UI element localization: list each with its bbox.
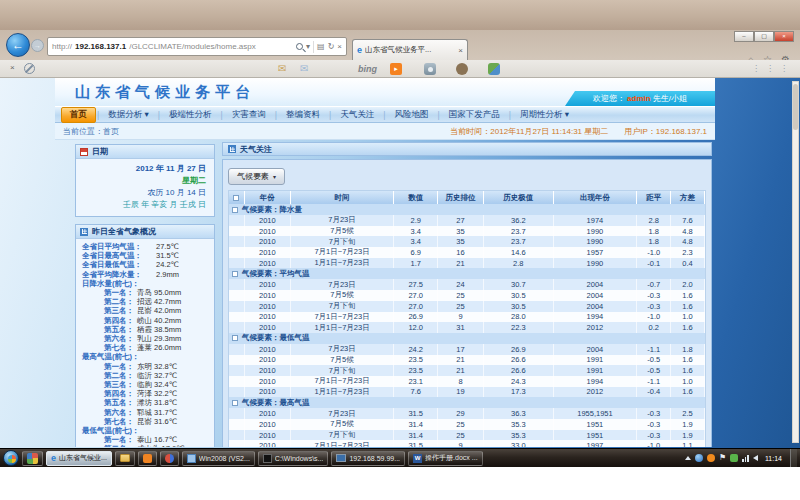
group-checkbox[interactable]	[232, 207, 238, 213]
weather-panel-title: 昨日全省气象概况	[92, 226, 156, 237]
community-icon[interactable]	[488, 63, 500, 75]
nav-item-8[interactable]: 国家下发产品	[441, 108, 508, 122]
compatibility-icon[interactable]: ▤	[317, 42, 325, 51]
table-cell: 30.5	[484, 301, 554, 312]
group-header-row[interactable]: 气候要素：最高气温	[229, 397, 705, 408]
select-all-checkbox[interactable]	[233, 195, 239, 201]
taskbar-button-word[interactable]: W操作手册.docx ...	[408, 451, 483, 466]
header-checkbox-cell	[229, 191, 245, 204]
minimize-button[interactable]: –	[734, 31, 754, 42]
table-cell: 17.3	[484, 387, 554, 398]
table-row[interactable]: 20107月下旬23.52126.61991-0.51.6	[229, 365, 705, 376]
element-filter-button[interactable]: 气候要素 ▾	[228, 168, 285, 185]
scrollbar-thumb[interactable]	[793, 84, 798, 130]
table-row[interactable]: 20107月1日~7月23日6.91614.61957-1.02.3	[229, 247, 705, 258]
ime-icon[interactable]	[707, 454, 715, 462]
table-row[interactable]: 20107月1日~7月23日23.1824.31994-1.11.0	[229, 376, 705, 387]
table-row[interactable]: 20107月5候3.43523.719901.84.8	[229, 226, 705, 237]
address-bar[interactable]: http://192.168.137.1/GLCCLIMATE/modules/…	[47, 37, 347, 56]
taskbar-button-label: 山东省气候业...	[59, 453, 107, 463]
table-row[interactable]: 20107月5候23.52126.61991-0.51.6	[229, 355, 705, 366]
table-row[interactable]: 20107月23日27.52430.72004-0.72.0	[229, 279, 705, 290]
table-cell: 2.8	[484, 258, 554, 269]
table-row[interactable]: 20107月1日~7月23日31.5933.01997-1.01.1	[229, 440, 705, 447]
taskbar-button-cmd[interactable]: C:\Windows\s...	[258, 451, 329, 466]
group-checkbox[interactable]	[232, 335, 238, 341]
table-header-row: 年份时间数值历史排位历史极值出现年份距平方差	[229, 191, 705, 204]
search-icon[interactable]	[296, 43, 303, 50]
table-cell: 2010	[245, 312, 291, 323]
table-cell: 1991	[554, 355, 638, 366]
action-center-flag-icon[interactable]: ⚑	[719, 454, 726, 462]
table-cell: -0.1	[637, 258, 671, 269]
bing-logo[interactable]: bing	[358, 64, 377, 74]
group-checkbox[interactable]	[232, 400, 238, 406]
taskbar-button-media[interactable]	[160, 451, 179, 466]
table-row[interactable]: 20101月1日~7月23日7.61917.32012-0.41.6	[229, 387, 705, 398]
volume-icon[interactable]	[753, 455, 758, 461]
hidden-icons-arrow[interactable]	[685, 456, 691, 460]
table-row[interactable]: 20107月下旬3.43523.719901.84.8	[229, 236, 705, 247]
group-checkbox[interactable]	[232, 271, 238, 277]
paw-icon[interactable]	[456, 63, 468, 75]
nav-item-6[interactable]: 天气关注	[332, 108, 382, 122]
table-cell: 2010	[245, 247, 291, 258]
table-row[interactable]: 20107月下旬31.42535.31951-0.31.9	[229, 430, 705, 441]
nav-item-4[interactable]: 灾害查询	[224, 108, 274, 122]
group-header-row[interactable]: 气候要素：最低气温	[229, 333, 705, 344]
tray-clock[interactable]: 11:14	[765, 455, 782, 462]
stop-icon[interactable]: ×	[337, 42, 342, 51]
toolbar-overflow-dots[interactable]: ⋮⋮⋮	[752, 64, 788, 73]
taskbar-button-label: C:\Windows\s...	[275, 455, 324, 462]
taskbar-button-folder[interactable]	[115, 451, 135, 466]
blocked-icon[interactable]	[24, 63, 35, 74]
nav-item-7[interactable]: 风险地图	[386, 108, 436, 122]
chevron-down-icon[interactable]: ▾	[306, 42, 310, 51]
page-scrollbar[interactable]	[792, 81, 799, 443]
group-header-row[interactable]: 气候要素：降水量	[229, 204, 705, 215]
forward-button[interactable]: →	[31, 39, 44, 52]
browser-tab[interactable]: e 山东省气候业务平... ×	[352, 39, 468, 60]
row-checkbox-cell	[229, 312, 245, 323]
update-icon[interactable]	[695, 454, 703, 462]
mail-icon[interactable]: ✉	[278, 63, 286, 74]
back-button[interactable]: ←	[6, 33, 30, 57]
taskbar-button-ie[interactable]: e山东省气候业...	[46, 451, 112, 466]
security-icon[interactable]	[730, 454, 738, 462]
network-icon[interactable]	[742, 455, 749, 462]
close-button[interactable]: ×	[774, 31, 794, 42]
maximize-button[interactable]: ▢	[754, 31, 774, 42]
table-row[interactable]: 20107月23日2.92736.219742.87.6	[229, 215, 705, 226]
nav-item-3[interactable]: 极端性分析	[161, 108, 220, 122]
mail2-icon[interactable]: ✉	[300, 63, 308, 74]
show-desktop-button[interactable]	[790, 449, 797, 468]
table-row[interactable]: 20107月23日24.21726.92004-1.11.8	[229, 344, 705, 355]
nav-item-1[interactable]: 首页	[61, 107, 96, 123]
taskbar-button-remote[interactable]: 192.168.59.99...	[331, 451, 405, 466]
rank-label: 第三名：	[82, 380, 134, 389]
nav-item-2[interactable]: 数据分析 ▾	[100, 108, 157, 122]
toolbar-close-icon[interactable]: ×	[10, 63, 15, 72]
nav-item-5[interactable]: 整编资料	[278, 108, 328, 122]
table-row[interactable]: 20107月1日~7月23日26.9928.01994-1.01.0	[229, 312, 705, 323]
start-button[interactable]	[3, 450, 19, 466]
table-row[interactable]: 20107月5候31.42535.31951-0.31.9	[229, 419, 705, 430]
taskbar-button-orange[interactable]	[138, 451, 157, 466]
browser-chrome: – ▢ × ← → http://192.168.137.1/GLCCLIMAT…	[0, 30, 800, 78]
group-header-row[interactable]: 气候要素：平均气温	[229, 268, 705, 279]
table-row[interactable]: 20107月23日31.52936.31955,1951-0.32.5	[229, 408, 705, 419]
table-cell: -0.5	[637, 355, 671, 366]
taskbar: e山东省气候业...Win2008 (VS2...C:\Windows\s...…	[0, 448, 800, 467]
refresh-icon[interactable]: ↻	[328, 42, 335, 51]
rank-item: 第二名：招远 42.7mm	[82, 297, 210, 306]
tab-close-icon[interactable]: ×	[458, 46, 463, 55]
table-row[interactable]: 20101月1日~7月23日1.7212.81990-0.10.4	[229, 258, 705, 269]
table-row[interactable]: 20107月下旬27.02530.52004-0.31.6	[229, 301, 705, 312]
taskbar-button-window[interactable]: Win2008 (VS2...	[182, 451, 255, 466]
nav-item-9[interactable]: 周期性分析 ▾	[512, 108, 577, 122]
table-row[interactable]: 20107月5候27.02530.52004-0.31.6	[229, 290, 705, 301]
bing-badge-icon[interactable]: ▸	[390, 63, 402, 75]
table-row[interactable]: 20101月1日~7月23日12.03122.320120.21.6	[229, 322, 705, 333]
taskbar-button-pin[interactable]	[22, 451, 43, 466]
camera-icon[interactable]	[424, 63, 436, 75]
